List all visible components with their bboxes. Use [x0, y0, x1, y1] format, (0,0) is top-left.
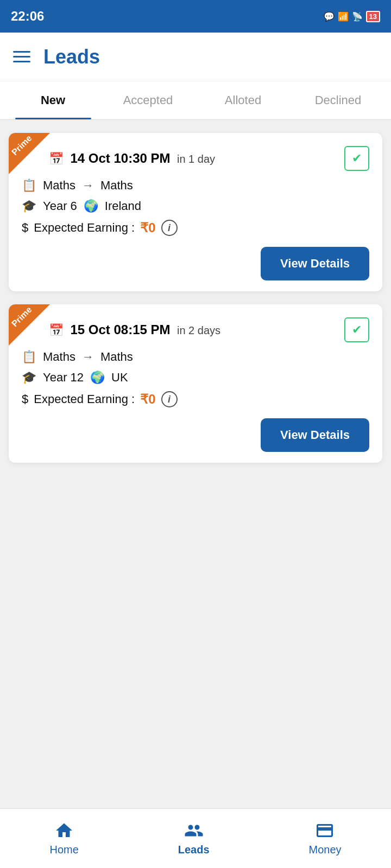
card-2-earning: $ Expected Earning : ₹0 i — [22, 391, 369, 407]
lead-card-1: Prime 📅 14 Oct 10:30 PM in 1 day ✔ 📋 Mat… — [9, 133, 382, 291]
status-icons: 💬 📶 📡 13 — [324, 11, 380, 22]
main-content: Prime 📅 14 Oct 10:30 PM in 1 day ✔ 📋 Mat… — [0, 120, 391, 717]
graduation-icon-1: 🎓 — [22, 199, 36, 213]
card-2-actions: View Details — [22, 418, 369, 452]
tab-bar: New Accepted Alloted Declined — [0, 81, 391, 120]
status-time: 22:06 — [11, 9, 44, 24]
hamburger-line-1 — [13, 51, 30, 53]
tab-new[interactable]: New — [5, 81, 100, 119]
lead-card-2: Prime 📅 15 Oct 08:15 PM in 2 days ✔ 📋 Ma… — [9, 304, 382, 463]
hamburger-line-3 — [13, 61, 30, 62]
card-2-header: 📅 15 Oct 08:15 PM in 2 days ✔ — [22, 317, 369, 342]
prime-badge-2: Prime — [9, 304, 51, 347]
globe-icon-2: 🌍 — [90, 371, 105, 385]
card-1-checkbox: ✔ — [344, 146, 369, 171]
card-2-subject: 📋 Maths → Maths — [22, 350, 369, 364]
card-2-checkbox: ✔ — [344, 317, 369, 342]
book-icon-1: 📋 — [22, 178, 36, 193]
view-details-button-1[interactable]: View Details — [261, 247, 369, 280]
money-label: Money — [308, 844, 341, 856]
home-label: Home — [49, 844, 78, 856]
money-icon — [315, 821, 335, 840]
home-icon — [54, 821, 74, 840]
nav-money[interactable]: Money — [287, 815, 363, 861]
tab-accepted[interactable]: Accepted — [100, 81, 195, 119]
wifi-icon: 📶 — [338, 11, 349, 22]
card-1-date: 📅 14 Oct 10:30 PM in 1 day — [49, 151, 215, 166]
menu-button[interactable] — [13, 51, 30, 62]
page-title: Leads — [43, 46, 100, 68]
dollar-icon-2: $ — [22, 392, 28, 406]
hamburger-line-2 — [13, 56, 30, 58]
book-icon-2: 📋 — [22, 350, 36, 364]
card-1-earning: $ Expected Earning : ₹0 i — [22, 220, 369, 236]
dollar-icon-1: $ — [22, 221, 28, 235]
battery-indicator: 13 — [366, 11, 380, 22]
card-1-actions: View Details — [22, 247, 369, 280]
card-1-subject: 📋 Maths → Maths — [22, 178, 369, 193]
status-bar: 22:06 💬 📶 📡 13 — [0, 0, 391, 33]
nav-leads[interactable]: Leads — [156, 815, 231, 861]
globe-icon-1: 🌍 — [84, 199, 98, 213]
card-1-header: 📅 14 Oct 10:30 PM in 1 day ✔ — [22, 146, 369, 171]
tab-declined[interactable]: Declined — [291, 81, 386, 119]
whatsapp-icon: 💬 — [324, 11, 335, 22]
card-2-year-country: 🎓 Year 12 🌍 UK — [22, 371, 369, 385]
signal-icon: 📡 — [352, 11, 363, 22]
tab-alloted[interactable]: Alloted — [195, 81, 291, 119]
nav-home[interactable]: Home — [28, 815, 100, 861]
card-1-year-country: 🎓 Year 6 🌍 Ireland — [22, 199, 369, 213]
info-icon-2[interactable]: i — [161, 391, 178, 407]
leads-icon — [184, 821, 204, 840]
bottom-nav: Home Leads Money — [0, 808, 391, 868]
view-details-button-2[interactable]: View Details — [261, 418, 369, 452]
header: Leads — [0, 33, 391, 81]
graduation-icon-2: 🎓 — [22, 371, 36, 385]
info-icon-1[interactable]: i — [161, 220, 178, 236]
leads-label: Leads — [178, 844, 210, 856]
card-2-date: 📅 15 Oct 08:15 PM in 2 days — [49, 322, 220, 337]
prime-badge-1: Prime — [9, 133, 51, 175]
